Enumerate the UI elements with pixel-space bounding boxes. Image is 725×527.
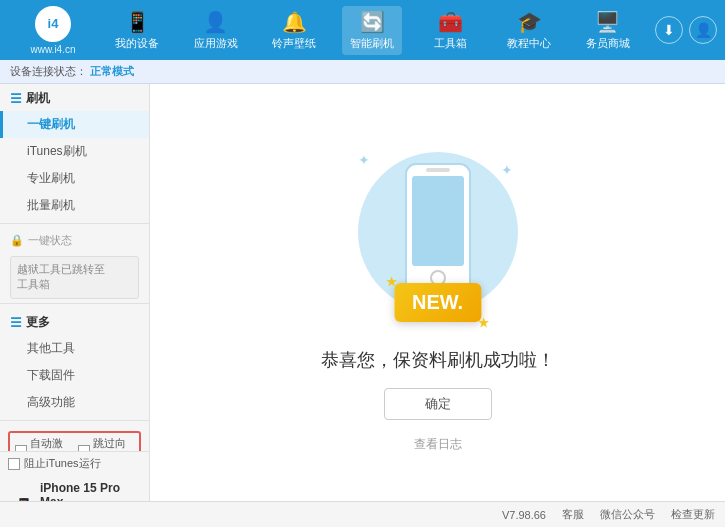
nav-apps-games[interactable]: 👤 应用游戏 (186, 6, 246, 55)
batch-flash-label: 批量刷机 (27, 198, 75, 212)
flash-section-label: 刷机 (26, 90, 50, 107)
itunes-checkbox[interactable] (8, 458, 20, 470)
device-icon: 📱 (125, 10, 150, 34)
nav-ringtones[interactable]: 🔔 铃声壁纸 (264, 6, 324, 55)
more-section-label: 更多 (26, 314, 50, 331)
success-content: ✦ ✦ NEW. 恭喜您，保资料刷机成功啦！ 确定 查看日志 (321, 132, 555, 453)
nav-my-device[interactable]: 📱 我的设备 (107, 6, 167, 55)
device-details: iPhone 15 Pro Max 512GB iPhone (40, 481, 135, 501)
service-icon: 🖥️ (595, 10, 620, 34)
sidebar-advanced[interactable]: 高级功能 (0, 389, 149, 416)
sidebar-itunes-flash[interactable]: iTunes刷机 (0, 138, 149, 165)
download-button[interactable]: ⬇ (655, 16, 683, 44)
sidebar-download-firmware[interactable]: 下载固件 (0, 362, 149, 389)
sidebar-one-key-flash[interactable]: 一键刷机 (0, 111, 149, 138)
success-message: 恭喜您，保资料刷机成功啦！ (321, 348, 555, 372)
device-phone-icon: 📱 (14, 497, 34, 501)
svg-rect-3 (426, 168, 450, 172)
stop-itunes-label: 阻止iTunes运行 (24, 456, 101, 471)
main-nav: 📱 我的设备 👤 应用游戏 🔔 铃声壁纸 🔄 智能刷机 🧰 工具箱 🎓 教程中心… (98, 6, 647, 55)
check-update-link[interactable]: 检查更新 (671, 507, 715, 522)
new-banner-text: NEW. (394, 283, 481, 322)
confirm-button[interactable]: 确定 (384, 388, 492, 420)
nav-my-device-label: 我的设备 (115, 36, 159, 51)
apps-icon: 👤 (203, 10, 228, 34)
advanced-label: 高级功能 (27, 395, 75, 409)
download-icon: ⬇ (663, 22, 675, 38)
new-badge: NEW. (394, 283, 481, 322)
view-log-link[interactable]: 查看日志 (414, 436, 462, 453)
logo-area: i4 www.i4.cn (8, 6, 98, 55)
status-label: 设备连接状态： (10, 65, 87, 77)
divider-1 (0, 223, 149, 224)
top-nav-bar: i4 www.i4.cn 📱 我的设备 👤 应用游戏 🔔 铃声壁纸 🔄 智能刷机… (0, 0, 725, 60)
phone-svg (398, 160, 478, 300)
sidebar-flash-header: ☰ 刷机 (0, 84, 149, 111)
sidebar-pro-flash[interactable]: 专业刷机 (0, 165, 149, 192)
nav-service[interactable]: 🖥️ 务员商城 (578, 6, 638, 55)
device-info: 📱 iPhone 15 Pro Max 512GB iPhone (8, 477, 141, 501)
status-mode: 正常模式 (90, 65, 134, 77)
nav-service-label: 务员商城 (586, 36, 630, 51)
phone-illustration: ✦ ✦ NEW. (338, 132, 538, 332)
one-key-status-header: 🔒 一键状态 (0, 228, 149, 252)
itunes-row: 阻止iTunes运行 (0, 451, 150, 475)
version-label: V7.98.66 (502, 509, 546, 521)
nav-apps-label: 应用游戏 (194, 36, 238, 51)
top-right-actions: ⬇ 👤 (655, 16, 717, 44)
one-key-status-label: 一键状态 (28, 233, 72, 248)
sidebar: ☰ 刷机 一键刷机 iTunes刷机 专业刷机 批量刷机 🔒 一键状态 (0, 84, 150, 501)
wechat-link[interactable]: 微信公众号 (600, 507, 655, 522)
user-button[interactable]: 👤 (689, 16, 717, 44)
nav-toolbox-label: 工具箱 (434, 36, 467, 51)
disabled-note: 越狱工具已跳转至工具箱 (10, 256, 139, 299)
bottom-right: V7.98.66 客服 微信公众号 检查更新 (502, 507, 715, 522)
main-content: ✦ ✦ NEW. 恭喜您，保资料刷机成功啦！ 确定 查看日志 (150, 84, 725, 501)
divider-3 (0, 420, 149, 421)
sparkle2-icon: ✦ (501, 162, 513, 178)
nav-tutorial[interactable]: 🎓 教程中心 (499, 6, 559, 55)
itunes-flash-label: iTunes刷机 (27, 144, 87, 158)
sparkle1-icon: ✦ (358, 152, 370, 168)
nav-smart-flash[interactable]: 🔄 智能刷机 (342, 6, 402, 55)
ringtones-icon: 🔔 (282, 10, 307, 34)
nav-ringtones-label: 铃声壁纸 (272, 36, 316, 51)
one-key-flash-label: 一键刷机 (27, 117, 75, 131)
logo-icon: i4 (35, 6, 71, 42)
other-tools-label: 其他工具 (27, 341, 75, 355)
download-firmware-label: 下载固件 (27, 368, 75, 382)
pro-flash-label: 专业刷机 (27, 171, 75, 185)
device-name: iPhone 15 Pro Max (40, 481, 135, 501)
tutorial-icon: 🎓 (517, 10, 542, 34)
status-bar: 设备连接状态： 正常模式 (0, 60, 725, 84)
lock-icon: 🔒 (10, 234, 24, 247)
sidebar-other-tools[interactable]: 其他工具 (0, 335, 149, 362)
bottom-bar: V7.98.66 客服 微信公众号 检查更新 (0, 501, 725, 527)
sidebar-batch-flash[interactable]: 批量刷机 (0, 192, 149, 219)
flash-section-icon: ☰ (10, 91, 22, 106)
logo-url: www.i4.cn (30, 44, 75, 55)
more-section-icon: ☰ (10, 315, 22, 330)
nav-tutorial-label: 教程中心 (507, 36, 551, 51)
user-icon: 👤 (695, 22, 712, 38)
divider-2 (0, 303, 149, 304)
sidebar-more-header: ☰ 更多 (0, 308, 149, 335)
nav-smart-flash-label: 智能刷机 (350, 36, 394, 51)
customer-service-link[interactable]: 客服 (562, 507, 584, 522)
smart-flash-icon: 🔄 (360, 10, 385, 34)
nav-toolbox[interactable]: 🧰 工具箱 (421, 6, 481, 55)
svg-rect-1 (412, 176, 464, 266)
toolbox-icon: 🧰 (438, 10, 463, 34)
